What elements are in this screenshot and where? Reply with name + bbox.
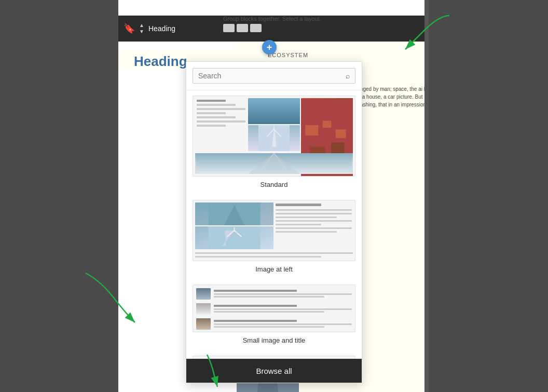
layout-icons (223, 24, 321, 32)
modal-layouts-content[interactable]: Standard (186, 90, 362, 359)
browse-all-label: Browse all (256, 367, 292, 375)
bookmark-icon: 🔖 (124, 23, 135, 34)
add-block-button[interactable]: + (262, 40, 277, 55)
image-left-layout-label: Image at left (193, 264, 355, 275)
standard-layout-label: Standard (193, 180, 355, 191)
toolbar-heading-label: Heading (148, 24, 175, 33)
green-arrow-bottom (80, 271, 153, 330)
arrow-up-icon[interactable]: ▲ (139, 22, 144, 29)
browse-all-arrow (197, 349, 238, 392)
reorder-arrows[interactable]: ▲ ▼ (139, 22, 144, 35)
svg-rect-19 (336, 129, 346, 138)
image-left-layout-preview[interactable] (193, 200, 355, 261)
layout-group-small-img-title: Small image and title (193, 285, 355, 346)
layout-icon-2[interactable] (237, 24, 248, 32)
layout-picker-modal: ⌕ (186, 61, 362, 383)
left-panel (0, 0, 118, 392)
layout-group-image-left: Image at left (193, 200, 355, 275)
layout-icon-1[interactable] (223, 24, 235, 32)
small-img-title-layout-preview[interactable] (193, 285, 355, 332)
small-img-title-layout-label: Small image and title (193, 335, 355, 346)
layout-group-standard: Standard (193, 96, 355, 191)
search-input[interactable] (198, 72, 346, 80)
standard-layout-preview[interactable] (193, 96, 355, 177)
svg-rect-18 (323, 121, 332, 128)
green-arrow-top (377, 13, 455, 57)
arrow-down-icon[interactable]: ▼ (139, 29, 144, 35)
search-icon: ⌕ (346, 72, 350, 80)
group-tooltip: Group blocks together. Select a layout. (223, 16, 321, 32)
right-panel (429, 0, 548, 392)
modal-search-section: ⌕ (186, 62, 362, 90)
tooltip-text: Group blocks together. Select a layout. (223, 16, 321, 22)
layout-icon-3[interactable] (250, 24, 262, 32)
search-input-wrap[interactable]: ⌕ (193, 68, 355, 84)
svg-rect-17 (305, 125, 318, 136)
plus-icon: + (267, 42, 272, 53)
